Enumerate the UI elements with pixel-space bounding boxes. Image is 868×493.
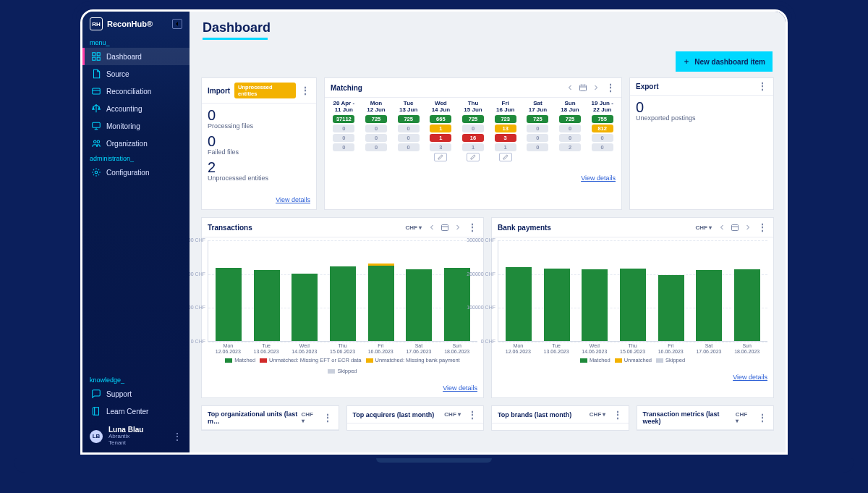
x-tick-label: Wed14.06.2023 <box>286 343 322 354</box>
matching-value[interactable]: 755 <box>592 115 613 123</box>
matching-value[interactable]: 0 <box>398 125 420 132</box>
x-tick-label: Sun18.06.2023 <box>729 343 765 354</box>
matching-value[interactable]: 0 <box>398 143 420 151</box>
sidebar-item-learn-center[interactable]: Learn Center <box>82 403 190 420</box>
matching-value[interactable]: 1 <box>430 134 451 142</box>
matching-value[interactable]: 0 <box>527 125 548 132</box>
matching-value[interactable]: 0 <box>592 134 613 142</box>
matching-value[interactable]: 812 <box>592 125 613 132</box>
legend-item: Skipped <box>656 357 685 363</box>
matching-value[interactable]: 1 <box>495 143 516 151</box>
legend-item: Unmatched: Missing bank payment <box>366 357 460 363</box>
sidebar-item-label: Dashboard <box>106 53 142 61</box>
card-transactions-view-details[interactable]: View details <box>443 384 477 392</box>
mini-card-menu[interactable]: ⋮ <box>613 412 623 418</box>
matching-calendar-button[interactable] <box>578 83 588 93</box>
transactions-next-button[interactable] <box>453 222 463 232</box>
transactions-calendar-button[interactable] <box>440 222 450 232</box>
matching-value[interactable]: 0 <box>462 125 484 132</box>
transactions-prev-button[interactable] <box>427 222 437 232</box>
currency-selector[interactable]: CHF ▾ <box>404 224 424 232</box>
bank-next-button[interactable] <box>743 222 753 232</box>
bar <box>211 268 247 341</box>
matching-value[interactable]: 0 <box>527 143 548 151</box>
card-transactions-menu[interactable]: ⋮ <box>467 224 477 230</box>
currency-selector[interactable]: CHF ▾ <box>733 410 753 425</box>
matching-value[interactable]: 723 <box>495 115 516 123</box>
sidebar-item-support[interactable]: Support <box>82 385 190 403</box>
matching-value[interactable]: 0 <box>365 143 387 151</box>
matching-value[interactable]: 0 <box>333 125 354 132</box>
mini-card-menu[interactable]: ⋮ <box>467 412 477 418</box>
matching-value[interactable]: 0 <box>365 134 387 142</box>
card-import-menu[interactable]: ⋮ <box>300 88 310 93</box>
matching-next-button[interactable] <box>591 83 601 93</box>
matching-value[interactable]: 665 <box>430 115 451 123</box>
matching-edit-button[interactable] <box>467 153 480 161</box>
bar <box>616 269 651 341</box>
sidebar-item-accounting[interactable]: Accounting <box>82 100 190 117</box>
matching-value[interactable]: 37112 <box>333 115 354 123</box>
matching-value[interactable]: 2 <box>559 143 581 151</box>
matching-value[interactable]: 0 <box>559 125 581 132</box>
matching-value[interactable]: 725 <box>398 115 420 123</box>
matching-value[interactable]: 1 <box>462 143 484 151</box>
card-matching-view-details[interactable]: View details <box>581 174 616 182</box>
new-dashboard-item-button[interactable]: ＋ New dashboard item <box>676 51 773 72</box>
currency-selector[interactable]: CHF ▾ <box>587 410 608 418</box>
matching-value[interactable]: 0 <box>559 134 581 142</box>
sidebar-item-configuration[interactable]: Configuration <box>82 164 190 181</box>
brand-name: ReconHub® <box>107 20 153 28</box>
user-profile[interactable]: LB Luna Blau Abrantix Tenant ⋮ <box>82 420 190 452</box>
matching-value[interactable]: 0 <box>333 143 354 151</box>
matching-day-label: 20 Apr -11 Jun <box>333 101 355 114</box>
import-metric-value: 2 <box>208 160 310 174</box>
card-export-menu[interactable]: ⋮ <box>757 83 767 89</box>
card-import: Import Unprocessed entities ⋮ 0 Processi… <box>201 77 317 210</box>
sidebar-item-dashboard[interactable]: Dashboard <box>82 48 190 65</box>
sidebar-item-organization[interactable]: Organization <box>82 135 190 152</box>
matching-value[interactable]: 1 <box>430 125 451 132</box>
card-bank-menu[interactable]: ⋮ <box>757 224 767 230</box>
matching-value[interactable]: 13 <box>495 125 516 132</box>
matching-value[interactable]: 725 <box>365 115 387 123</box>
sidebar-item-monitoring[interactable]: Monitoring <box>82 117 190 135</box>
card-transactions: Transactions CHF ▾ ⋮ 0 CHF100000 CHF2000… <box>201 217 484 398</box>
bank-calendar-button[interactable] <box>730 222 740 232</box>
matching-value[interactable]: 0 <box>333 134 354 142</box>
currency-selector[interactable]: CHF ▾ <box>299 410 318 425</box>
matching-value[interactable]: 725 <box>559 115 581 123</box>
currency-selector[interactable]: CHF ▾ <box>694 224 714 232</box>
matching-value[interactable]: 0 <box>398 134 420 142</box>
matching-value[interactable]: 0 <box>592 143 613 151</box>
mini-card-title: Top organizational units (last m… <box>208 410 299 425</box>
sidebar-item-source[interactable]: Source <box>82 65 190 83</box>
matching-edit-button[interactable] <box>434 153 447 161</box>
matching-value[interactable]: 3 <box>430 143 451 151</box>
bar <box>692 270 727 341</box>
card-matching-menu[interactable]: ⋮ <box>605 85 616 90</box>
mini-card-menu[interactable]: ⋮ <box>757 415 767 421</box>
matching-value[interactable]: 725 <box>527 115 548 123</box>
user-menu-button[interactable]: ⋮ <box>172 434 182 439</box>
mini-card-menu[interactable]: ⋮ <box>323 415 333 421</box>
sidebar-item-reconciliation[interactable]: Reconciliation <box>82 83 190 100</box>
learn-icon <box>91 406 101 416</box>
card-import-view-details[interactable]: View details <box>276 196 310 203</box>
card-bank-view-details[interactable]: View details <box>733 374 767 381</box>
matching-edit-button[interactable] <box>499 153 512 161</box>
matching-value[interactable]: 0 <box>527 134 548 142</box>
bank-chart-wrap: 0 CHF100000 CHF200000 CHF300000 CHF Mon1… <box>492 237 773 366</box>
currency-selector[interactable]: CHF ▾ <box>442 410 463 418</box>
matching-column: 19 Jun -22 Jun75581200 <box>587 101 617 161</box>
matching-prev-button[interactable] <box>565 83 575 93</box>
collapse-sidebar-button[interactable] <box>172 19 182 29</box>
bank-prev-button[interactable] <box>717 222 727 232</box>
app-root: RH ReconHub® menu_ Dashboard Source <box>82 12 786 452</box>
matching-value[interactable]: 725 <box>462 115 484 123</box>
row-mini-cards: Top organizational units (last m… CHF ▾ … <box>190 405 786 431</box>
matching-value[interactable]: 16 <box>462 134 484 142</box>
matching-value[interactable]: 0 <box>365 125 387 132</box>
matching-value[interactable]: 3 <box>495 134 516 142</box>
topbar: ＋ New dashboard item <box>190 41 786 77</box>
